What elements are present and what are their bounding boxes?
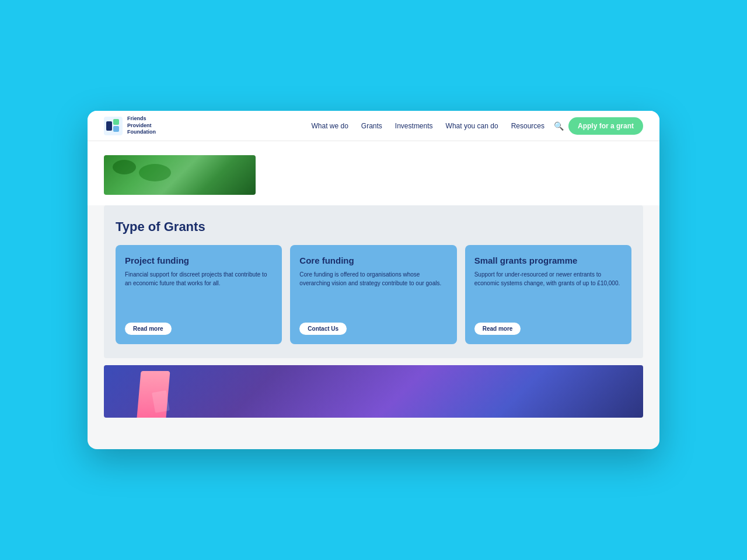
grant-card-title-core: Core funding: [299, 256, 447, 265]
grant-card-desc-small: Support for under-resourced or newer ent…: [474, 270, 622, 314]
grant-card-desc-project: Financial support for discreet projects …: [125, 270, 273, 314]
read-more-small-button[interactable]: Read more: [474, 323, 521, 335]
grants-cards: Project funding Financial support for di…: [116, 245, 631, 344]
nav-what-we-do[interactable]: What we do: [311, 122, 348, 130]
read-more-project-button[interactable]: Read more: [125, 323, 172, 335]
grant-card-desc-core: Core funding is offered to organisations…: [299, 270, 447, 314]
logo-text: Friends Provident Foundation: [127, 116, 156, 136]
grants-section: Type of Grants Project funding Financial…: [104, 205, 643, 358]
logo[interactable]: Friends Provident Foundation: [104, 116, 156, 136]
nav-grants[interactable]: Grants: [361, 122, 382, 130]
navbar: Friends Provident Foundation What we do …: [88, 111, 659, 141]
browser-window: Friends Provident Foundation What we do …: [88, 111, 659, 449]
spacer-top: [88, 141, 659, 148]
spacer-mid: [88, 195, 659, 205]
grant-card-small-grants: Small grants programme Support for under…: [465, 245, 631, 344]
grant-card-title-project: Project funding: [125, 256, 273, 265]
hero-image-area: [88, 148, 659, 195]
bottom-image-strip: [104, 365, 643, 418]
contact-us-button[interactable]: Contact Us: [299, 323, 347, 335]
grant-card-title-small: Small grants programme: [474, 256, 622, 265]
svg-rect-3: [113, 126, 119, 132]
hero-forest-image: [104, 155, 256, 195]
svg-rect-1: [106, 121, 112, 131]
nav-investments[interactable]: Investments: [395, 122, 433, 130]
nav-resources[interactable]: Resources: [511, 122, 544, 130]
grant-card-project-funding: Project funding Financial support for di…: [116, 245, 282, 344]
nav-links: What we do Grants Investments What you c…: [311, 122, 544, 130]
logo-icon: [104, 117, 123, 135]
grant-card-core-funding: Core funding Core funding is offered to …: [290, 245, 456, 344]
nav-what-you-can-do[interactable]: What you can do: [446, 122, 498, 130]
grants-title: Type of Grants: [116, 219, 631, 235]
svg-rect-2: [113, 119, 119, 125]
search-icon[interactable]: 🔍: [554, 121, 564, 131]
apply-for-grant-button[interactable]: Apply for a grant: [568, 117, 643, 135]
